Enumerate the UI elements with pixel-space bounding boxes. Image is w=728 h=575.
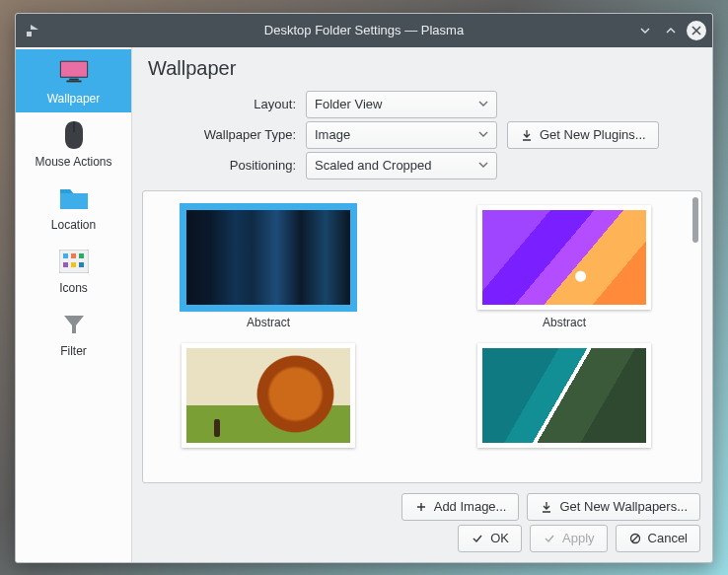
apply-button[interactable]: Apply	[530, 525, 608, 552]
button-label: Get New Wallpapers...	[559, 499, 688, 514]
svg-rect-2	[69, 78, 78, 80]
page-title: Wallpaper	[132, 47, 712, 86]
wallpaper-type-combo[interactable]: Image	[306, 121, 497, 149]
positioning-value: Scaled and Cropped	[315, 158, 432, 173]
funnel-icon	[58, 309, 90, 340]
button-label: Apply	[562, 531, 595, 545]
layout-label: Layout:	[148, 97, 296, 111]
wallpaper-thumbnail	[482, 210, 646, 305]
get-new-plugins-button[interactable]: Get New Plugins...	[507, 121, 659, 149]
sidebar-item-filter[interactable]: Filter	[16, 302, 131, 365]
download-icon	[520, 128, 534, 142]
wallpaper-caption: Abstract	[543, 316, 586, 329]
scrollbar[interactable]	[690, 191, 701, 482]
dialog-button-row: OK Apply Cancel	[132, 525, 712, 562]
check-icon	[543, 532, 556, 545]
ok-button[interactable]: OK	[458, 525, 522, 552]
sidebar-item-location[interactable]: Location	[16, 176, 131, 239]
wallpaper-type-label: Wallpaper Type:	[148, 127, 296, 142]
monitor-icon	[58, 56, 90, 88]
settings-window: Desktop Folder Settings — Plasma Wallpap…	[15, 13, 713, 563]
button-label: Cancel	[648, 531, 688, 545]
button-label: OK	[490, 531, 509, 545]
cancel-button[interactable]: Cancel	[616, 525, 700, 552]
wallpaper-item[interactable]	[165, 343, 372, 454]
sidebar-item-wallpaper[interactable]: Wallpaper	[16, 49, 131, 112]
sidebar-item-icons[interactable]: Icons	[16, 239, 131, 302]
svg-rect-8	[79, 253, 84, 258]
scrollbar-thumb[interactable]	[692, 197, 698, 243]
minimize-button[interactable]	[635, 21, 655, 40]
sidebar: Wallpaper Mouse Actions Location Icons	[16, 47, 132, 562]
close-button[interactable]	[687, 21, 706, 40]
button-label: Add Image...	[434, 499, 507, 514]
svg-rect-7	[71, 253, 76, 258]
sidebar-item-label: Filter	[60, 344, 87, 358]
plasma-app-icon	[24, 22, 41, 39]
sidebar-item-label: Wallpaper	[47, 92, 101, 106]
wallpaper-thumbnail	[482, 348, 646, 443]
wallpaper-item[interactable]: Abstract	[165, 205, 372, 329]
svg-rect-10	[71, 262, 76, 267]
layout-combo[interactable]: Folder View	[306, 91, 497, 118]
sidebar-item-label: Icons	[59, 281, 88, 295]
wallpaper-thumbnail	[186, 348, 350, 443]
main-panel: Wallpaper Layout: Folder View Wallpaper …	[132, 47, 712, 562]
svg-rect-1	[60, 61, 86, 76]
titlebar[interactable]: Desktop Folder Settings — Plasma	[16, 14, 712, 47]
download-icon	[540, 500, 553, 514]
sidebar-item-label: Mouse Actions	[35, 155, 111, 169]
svg-line-13	[632, 536, 638, 541]
layout-value: Folder View	[315, 97, 382, 111]
add-image-button[interactable]: Add Image...	[401, 493, 520, 521]
get-new-wallpapers-button[interactable]: Get New Wallpapers...	[527, 493, 700, 521]
button-label: Get New Plugins...	[540, 127, 646, 142]
sidebar-item-label: Location	[51, 218, 96, 232]
svg-rect-5	[59, 250, 89, 273]
wallpaper-type-value: Image	[315, 127, 350, 142]
wallpaper-thumbnail	[186, 210, 350, 305]
svg-rect-9	[63, 262, 68, 267]
positioning-label: Positioning:	[148, 158, 296, 173]
cancel-icon	[628, 532, 642, 545]
positioning-combo[interactable]: Scaled and Cropped	[306, 152, 497, 180]
wallpaper-caption: Abstract	[247, 316, 290, 329]
icons-grid-icon	[58, 246, 90, 277]
sidebar-item-mouse-actions[interactable]: Mouse Actions	[16, 112, 131, 176]
chevron-down-icon	[478, 97, 488, 111]
wallpaper-item[interactable]	[461, 343, 668, 454]
maximize-button[interactable]	[661, 21, 681, 40]
svg-rect-11	[79, 262, 84, 267]
action-bar: Add Image... Get New Wallpapers...	[132, 483, 712, 525]
mouse-icon	[58, 119, 90, 151]
folder-icon	[58, 182, 90, 214]
settings-form: Layout: Folder View Wallpaper Type: Imag…	[132, 86, 712, 188]
plus-icon	[414, 500, 428, 514]
wallpaper-list: Abstract Abstract	[142, 190, 702, 483]
svg-rect-6	[63, 253, 68, 258]
chevron-down-icon	[478, 127, 488, 142]
window-title: Desktop Folder Settings — Plasma	[264, 23, 464, 37]
svg-rect-3	[66, 80, 81, 82]
wallpaper-item[interactable]: Abstract	[461, 205, 668, 329]
chevron-down-icon	[478, 158, 488, 173]
check-icon	[471, 532, 484, 545]
